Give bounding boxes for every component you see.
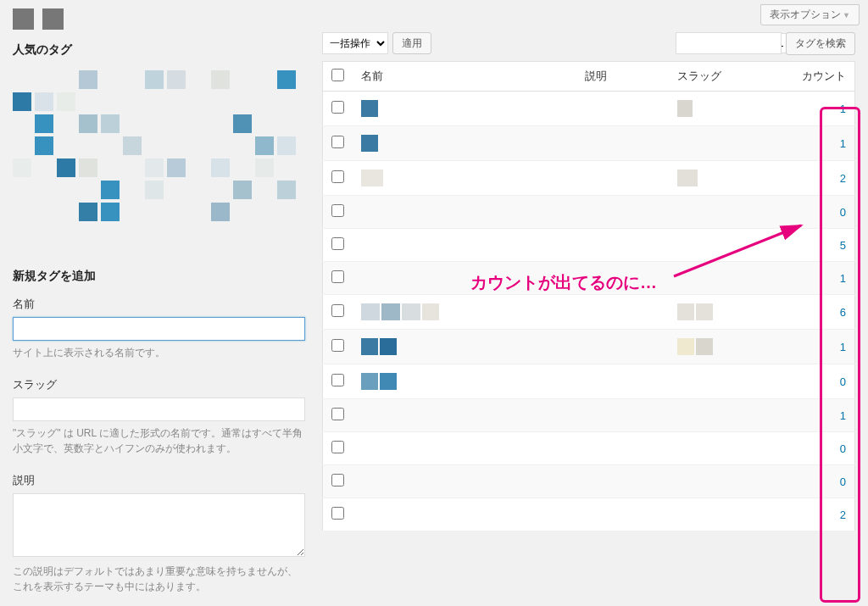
count-link[interactable]: 0 xyxy=(840,206,846,219)
tag-cloud-cell[interactable] xyxy=(13,158,31,177)
tag-cloud-cell[interactable] xyxy=(277,70,296,89)
tag-cloud-cell xyxy=(255,70,274,89)
select-all-checkbox[interactable] xyxy=(331,69,344,81)
apply-button[interactable]: 適用 xyxy=(392,32,431,54)
tag-cloud-cell[interactable] xyxy=(233,181,252,199)
tag-cloud-cell xyxy=(167,114,186,133)
pixelated-tag-name xyxy=(361,303,380,320)
tag-cloud-cell[interactable] xyxy=(101,203,120,221)
row-checkbox[interactable] xyxy=(331,101,344,114)
tag-cloud-cell xyxy=(123,225,142,243)
col-desc[interactable]: 説明 xyxy=(576,62,668,92)
tag-cloud-cell[interactable] xyxy=(79,70,97,89)
tag-cloud-cell xyxy=(57,136,75,155)
pixelated-slug xyxy=(677,303,694,320)
tag-cloud-cell[interactable] xyxy=(277,181,296,199)
tag-cloud-cell[interactable] xyxy=(167,70,186,89)
tag-cloud-cell xyxy=(277,92,296,111)
tag-cloud-cell[interactable] xyxy=(57,158,75,177)
count-link[interactable]: 2 xyxy=(840,172,846,185)
desc-textarea[interactable] xyxy=(13,493,305,557)
tag-cloud-cell xyxy=(233,92,252,111)
tag-cloud-cell xyxy=(57,181,75,199)
search-button[interactable]: タグを検索 xyxy=(786,32,855,55)
row-checkbox[interactable] xyxy=(331,374,344,386)
table-row: 1 xyxy=(323,330,855,364)
tag-cloud-cell xyxy=(101,136,120,155)
col-count[interactable]: カウント xyxy=(787,62,855,92)
tag-cloud-cell[interactable] xyxy=(167,158,186,177)
tag-cloud-cell[interactable] xyxy=(123,136,142,155)
tag-cloud-cell xyxy=(167,181,186,199)
count-link[interactable]: 1 xyxy=(840,409,846,422)
tag-cloud-cell xyxy=(35,203,53,221)
tag-cloud-cell[interactable] xyxy=(35,114,53,133)
screen-options-button[interactable]: 表示オプション xyxy=(760,4,860,25)
count-link[interactable]: 6 xyxy=(840,306,846,319)
row-checkbox[interactable] xyxy=(331,339,344,352)
row-checkbox[interactable] xyxy=(331,441,344,453)
tag-cloud-cell[interactable] xyxy=(255,158,274,177)
tag-cloud-cell[interactable] xyxy=(35,136,53,155)
row-checkbox[interactable] xyxy=(331,270,344,283)
tag-cloud-cell[interactable] xyxy=(211,70,230,89)
count-link[interactable]: 1 xyxy=(840,341,846,353)
tag-cloud-cell xyxy=(79,92,97,111)
row-checkbox[interactable] xyxy=(331,204,344,217)
row-checkbox[interactable] xyxy=(331,237,344,250)
add-new-tag-title: 新規タグを追加 xyxy=(13,269,305,284)
name-label: 名前 xyxy=(13,297,305,312)
count-link[interactable]: 1 xyxy=(840,103,846,115)
table-row: 0 xyxy=(323,432,855,465)
count-link[interactable]: 2 xyxy=(840,509,846,521)
desc-help: この説明はデフォルトではあまり重要な意味を持ちませんが、これを表示するテーマも中… xyxy=(13,564,305,594)
tag-cloud-cell xyxy=(101,92,120,111)
tag-cloud-cell[interactable] xyxy=(145,70,164,89)
count-link[interactable]: 1 xyxy=(840,272,846,285)
search-input[interactable] xyxy=(676,32,782,54)
tag-cloud-cell xyxy=(145,92,164,111)
tag-cloud-cell[interactable] xyxy=(101,181,120,199)
tag-cloud-cell[interactable] xyxy=(35,92,53,111)
tag-cloud-cell xyxy=(211,92,230,111)
tag-cloud-cell[interactable] xyxy=(79,114,97,133)
tag-cloud-cell[interactable] xyxy=(255,136,274,155)
table-row: 0 xyxy=(323,196,855,229)
tag-cloud-cell[interactable] xyxy=(211,158,230,177)
row-checkbox[interactable] xyxy=(331,304,344,317)
count-link[interactable]: 0 xyxy=(840,475,846,488)
pixelated-slug xyxy=(696,303,713,320)
row-checkbox[interactable] xyxy=(331,507,344,520)
name-input[interactable] xyxy=(13,317,305,341)
tag-cloud-cell[interactable] xyxy=(211,203,230,221)
row-checkbox[interactable] xyxy=(331,170,344,183)
count-link[interactable]: 0 xyxy=(840,442,846,455)
count-link[interactable]: 0 xyxy=(840,375,846,388)
count-link[interactable]: 1 xyxy=(840,137,846,150)
col-slug[interactable]: スラッグ xyxy=(669,62,787,92)
tag-cloud-cell[interactable] xyxy=(145,181,164,199)
tag-cloud-cell[interactable] xyxy=(233,114,252,133)
table-row: 2 xyxy=(323,498,855,531)
tag-cloud-cell[interactable] xyxy=(145,158,164,177)
bulk-action-select[interactable]: 一括操作 xyxy=(322,32,388,54)
tag-cloud-cell[interactable] xyxy=(79,203,97,221)
tag-cloud-cell[interactable] xyxy=(277,136,296,155)
col-name[interactable]: 名前 xyxy=(353,62,576,92)
tag-cloud-cell[interactable] xyxy=(79,158,97,177)
tag-cloud-cell xyxy=(255,114,274,133)
tag-cloud-cell xyxy=(79,181,97,199)
pixelated-tag-name xyxy=(361,135,378,152)
row-checkbox[interactable] xyxy=(331,408,344,420)
slug-input[interactable] xyxy=(13,398,305,421)
tag-cloud-cell xyxy=(211,114,230,133)
count-link[interactable]: 5 xyxy=(840,239,846,252)
row-checkbox[interactable] xyxy=(331,474,344,486)
pixelated-slug xyxy=(696,338,713,355)
row-checkbox[interactable] xyxy=(331,136,344,148)
tag-cloud-cell[interactable] xyxy=(101,114,120,133)
tag-cloud-cell xyxy=(145,136,164,155)
tag-cloud-cell xyxy=(123,92,142,111)
tag-cloud-cell[interactable] xyxy=(57,92,75,111)
tag-cloud-cell[interactable] xyxy=(13,92,31,111)
